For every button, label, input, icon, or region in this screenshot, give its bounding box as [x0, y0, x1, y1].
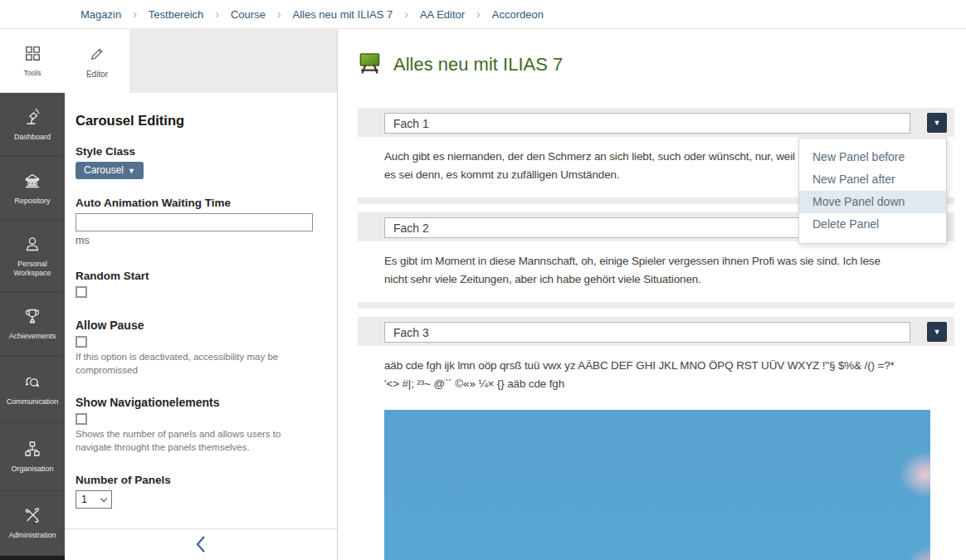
sidebar-item-communication[interactable]: Communication	[0, 357, 65, 423]
bank-icon	[22, 171, 42, 191]
chevron-down-icon	[100, 495, 107, 502]
waiting-time-unit: ms	[76, 235, 322, 246]
number-of-panels-label: Number of Panels	[76, 474, 322, 486]
sidebar-item-organisation[interactable]: Organisation	[0, 423, 65, 491]
menu-item-move-panel-down[interactable]: Move Panel down	[799, 191, 946, 213]
sidebar-item-repository[interactable]: Repository	[0, 157, 65, 221]
sidebar-item-label: Repository	[14, 197, 50, 206]
menu-item-new-panel-before[interactable]: New Panel before	[799, 146, 946, 168]
sidebar-item-label: Organisation	[11, 465, 53, 474]
tab-editor-label: Editor	[86, 70, 108, 79]
sidebar-item-label: Communication	[7, 397, 59, 407]
chevron-left-icon	[194, 534, 207, 554]
allow-pause-byline: If this option is deactivated, accessibi…	[76, 350, 312, 377]
sidebar-item-label: Personal Workspace	[0, 260, 65, 279]
form-heading: Carousel Editing	[76, 113, 322, 129]
sidebar-item-label: Administration	[8, 531, 56, 540]
paragraph-line: aäb cde fgh ijk lmn oöp qrsß tuü vwx yz …	[384, 357, 928, 375]
waiting-time-label: Auto Animation Waiting Time	[76, 197, 322, 209]
chat-bubbles-icon	[22, 372, 42, 392]
caret-down-icon: ▼	[128, 167, 135, 175]
main-content: Alles neu mit ILIAS 7 ▼ Auch gibt es nie…	[338, 29, 966, 560]
ilias-app-window: Magazin › Testbereich › Course › Alles n…	[0, 0, 966, 560]
breadcrumb-separator-icon: ›	[215, 7, 219, 21]
sidebar-item-partial	[0, 556, 65, 560]
breadcrumb-link-accordeon[interactable]: Accordeon	[492, 8, 544, 21]
sidebar-item-label: Tools	[23, 69, 41, 78]
panel-title-input[interactable]	[384, 113, 910, 134]
paragraph-line: '<> #|; ²³~ @`´ ©«» ¼× {} aäb cde fgh	[384, 375, 928, 393]
trophy-icon	[22, 306, 42, 326]
caret-down-icon: ▼	[934, 329, 941, 336]
panel-title-input[interactable]	[384, 322, 910, 343]
waiting-time-input[interactable]	[76, 213, 313, 231]
sidebar-item-personal-workspace[interactable]: Personal Workspace	[0, 221, 65, 292]
editor-panel: Editor Carousel Editing Style Class Caro…	[65, 29, 338, 560]
allow-pause-checkbox[interactable]	[76, 336, 87, 348]
sidebar-item-administration[interactable]: Administration	[0, 491, 65, 556]
grid-icon	[22, 43, 42, 63]
breadcrumb-separator-icon: ›	[404, 7, 408, 21]
main-sidebar: Tools Dashboard Repository Personal Work…	[0, 29, 65, 560]
sidebar-item-label: Dashboard	[14, 133, 51, 142]
breadcrumb-separator-icon: ›	[133, 7, 137, 21]
breadcrumb-separator-icon: ›	[277, 7, 281, 21]
paragraph-line: nicht sehr viele Zeitungen, aber ich hab…	[384, 270, 928, 289]
editor-tabbar: Editor	[65, 29, 337, 93]
panel-actions-menu: New Panel before New Panel after Move Pa…	[798, 138, 947, 244]
person-icon	[22, 234, 42, 254]
breadcrumb: Magazin › Testbereich › Course › Alles n…	[0, 0, 966, 29]
desk-lamp-icon	[22, 107, 42, 127]
sidebar-item-label: Achievements	[9, 332, 56, 341]
menu-item-delete-panel[interactable]: Delete Panel	[799, 213, 946, 236]
title-row: Alles neu mit ILIAS 7	[358, 51, 966, 77]
breadcrumb-link-magazin[interactable]: Magazin	[80, 8, 121, 21]
org-chart-icon	[22, 439, 42, 459]
menu-item-new-panel-after[interactable]: New Panel after	[799, 168, 946, 191]
allow-pause-label: Allow Pause	[76, 319, 322, 332]
panel-footer-divider	[65, 528, 337, 529]
sidebar-item-achievements[interactable]: Achievements	[0, 292, 65, 357]
show-nav-byline: Shows the number of panels and allows us…	[76, 427, 312, 454]
tab-editor[interactable]: Editor	[65, 29, 129, 93]
pencil-icon	[87, 44, 107, 64]
panel-body[interactable]: Es gibt im Moment in diese Mannschaft, o…	[358, 241, 954, 302]
style-class-label: Style Class	[76, 145, 322, 158]
panel-header: ▼	[358, 317, 954, 346]
random-start-label: Random Start	[76, 270, 322, 282]
breadcrumb-separator-icon: ›	[476, 7, 481, 21]
panel-actions-dropdown-button[interactable]: ▼	[927, 113, 947, 133]
show-nav-checkbox[interactable]	[76, 413, 87, 425]
panel-actions-dropdown-button[interactable]: ▼	[927, 322, 947, 342]
breadcrumb-link-testbereich[interactable]: Testbereich	[149, 8, 203, 21]
number-of-panels-select[interactable]: 1	[76, 490, 112, 509]
course-board-icon	[358, 51, 382, 77]
panel-body[interactable]: aäb cde fgh ijk lmn oöp qrsß tuü vwx yz …	[358, 346, 954, 560]
sidebar-item-tools[interactable]: Tools	[0, 29, 65, 93]
crossed-tools-icon	[22, 505, 42, 525]
panel-header: ▼	[358, 108, 954, 137]
breadcrumb-link-alles-neu[interactable]: Alles neu mit ILIAS 7	[293, 8, 393, 21]
breadcrumb-link-aa-editor[interactable]: AA Editor	[420, 8, 465, 21]
paragraph-line: Es gibt im Moment in diese Mannschaft, o…	[384, 252, 928, 270]
style-class-dropdown-button[interactable]: Carousel▼	[76, 162, 144, 179]
breadcrumb-link-course[interactable]: Course	[231, 8, 266, 21]
page-title: Alles neu mit ILIAS 7	[393, 54, 563, 75]
magnolia-blossoms-image	[384, 410, 930, 560]
random-start-checkbox[interactable]	[76, 286, 87, 298]
caret-down-icon: ▼	[934, 119, 941, 127]
sidebar-item-dashboard[interactable]: Dashboard	[0, 93, 65, 157]
carousel-editing-form: Carousel Editing Style Class Carousel▼ A…	[65, 93, 337, 509]
show-nav-label: Show Navigationelements	[76, 396, 322, 409]
panel-fach-3: ▼ aäb cde fgh ijk lmn oöp qrsß tuü vwx y…	[358, 317, 954, 560]
collapse-panel-button[interactable]	[65, 532, 337, 557]
